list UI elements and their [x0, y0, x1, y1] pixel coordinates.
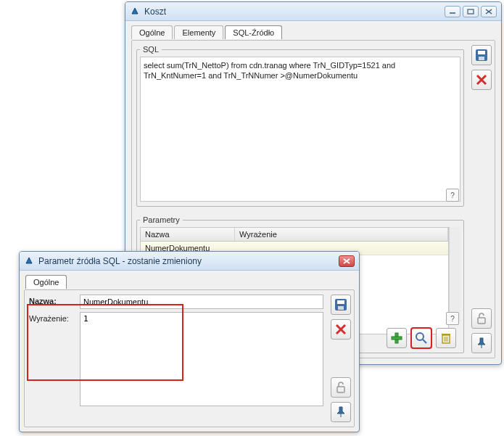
- dialog-pin-button[interactable]: [331, 402, 351, 422]
- sql-textarea[interactable]: [140, 57, 460, 202]
- app-icon: [130, 6, 140, 17]
- sql-group: SQL ?: [136, 45, 464, 207]
- magnifier-icon: [415, 332, 428, 345]
- plus-icon: [390, 332, 403, 345]
- sql-group-label: SQL: [140, 45, 162, 54]
- main-tabs: Ogólne Elementy SQL-Źródło: [131, 25, 495, 39]
- svg-line-7: [423, 340, 426, 343]
- param-table-header: Nazwa Wyrażenie: [141, 228, 448, 242]
- svg-rect-26: [337, 387, 344, 392]
- trash-icon: [440, 332, 452, 345]
- dialog-unlock-button[interactable]: [331, 377, 351, 398]
- delete-icon: [475, 73, 488, 86]
- tab-sql-zrodlo[interactable]: SQL-Źródło: [225, 25, 282, 39]
- svg-rect-15: [479, 57, 484, 60]
- window-title: Koszt: [144, 7, 166, 17]
- param-col-name[interactable]: Nazwa: [141, 228, 235, 241]
- expr-textarea[interactable]: [80, 312, 323, 406]
- dialog-body: Nazwa: Wyrażenie:: [24, 289, 355, 427]
- dialog-save-button[interactable]: [331, 295, 351, 315]
- svg-rect-14: [478, 51, 485, 54]
- close-button[interactable]: [481, 6, 497, 17]
- tab-elementy[interactable]: Elementy: [174, 25, 223, 39]
- svg-rect-9: [442, 334, 450, 335]
- main-save-button[interactable]: [471, 45, 492, 65]
- tab-ogolne[interactable]: Ogólne: [131, 25, 173, 39]
- minimize-button[interactable]: [445, 6, 460, 17]
- svg-rect-23: [338, 306, 344, 310]
- param-group-label: Parametry: [140, 215, 183, 224]
- delete-param-button[interactable]: [436, 328, 456, 348]
- sql-help-button[interactable]: ?: [446, 189, 459, 202]
- expr-label: Wyrażenie:: [29, 312, 80, 323]
- add-button[interactable]: [387, 328, 407, 348]
- name-input[interactable]: [80, 295, 323, 309]
- main-unlock-button[interactable]: [471, 308, 492, 329]
- app-icon: [24, 255, 34, 267]
- main-delete-button[interactable]: [471, 70, 492, 90]
- search-button[interactable]: [411, 328, 431, 348]
- svg-point-6: [416, 333, 424, 340]
- svg-rect-1: [468, 9, 474, 14]
- dialog-delete-button[interactable]: [331, 319, 351, 340]
- dialog-tabs: Ogólne: [25, 275, 353, 289]
- svg-rect-5: [392, 337, 402, 340]
- delete-icon: [334, 323, 347, 336]
- save-icon: [334, 298, 347, 311]
- svg-rect-18: [478, 318, 485, 324]
- dialog-titlebar: Parametr źródła SQL - zostanie zmieniony: [20, 252, 359, 271]
- pin-icon: [476, 337, 487, 349]
- main-titlebar: Koszt: [125, 2, 501, 21]
- param-scrollbar[interactable]: [449, 227, 460, 321]
- dialog-title: Parametr źródła SQL - zostanie zmieniony: [38, 256, 202, 266]
- svg-rect-22: [337, 300, 344, 304]
- dialog-close-button[interactable]: [339, 255, 355, 267]
- maximize-button[interactable]: [463, 6, 479, 17]
- unlock-icon: [335, 381, 347, 394]
- param-help-button[interactable]: ?: [446, 312, 459, 325]
- pin-icon: [336, 406, 346, 418]
- main-pin-button[interactable]: [471, 333, 492, 353]
- param-col-expr[interactable]: Wyrażenie: [235, 228, 448, 241]
- dialog-window: Parametr źródła SQL - zostanie zmieniony…: [19, 251, 360, 432]
- unlock-icon: [476, 312, 487, 325]
- name-label: Nazwa:: [29, 295, 80, 305]
- save-icon: [475, 49, 488, 62]
- dialog-tab-ogolne[interactable]: Ogólne: [25, 275, 67, 289]
